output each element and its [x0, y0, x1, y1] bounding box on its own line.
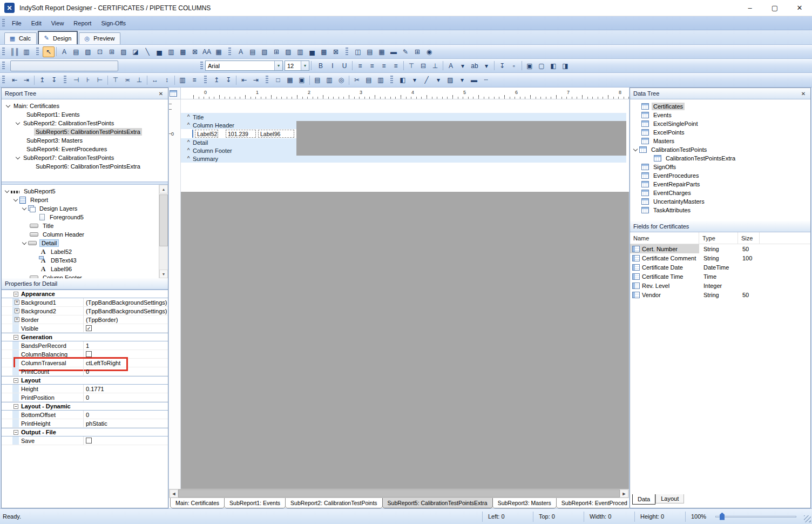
crosstab-tool-icon[interactable]: ▦ [376, 46, 388, 57]
data-tree-item[interactable]: ExcelPoints [630, 128, 810, 137]
object-tree-item[interactable]: Design Layers [2, 204, 168, 213]
barcode-tool-icon[interactable]: ▥ [165, 46, 177, 57]
expand-icon[interactable]: + [15, 308, 19, 313]
column-header-size[interactable]: Size [738, 232, 760, 244]
chevron-down-icon[interactable] [21, 240, 28, 246]
doc-tab-subreport4[interactable]: SubReport4: EventProced [556, 498, 629, 508]
shape-tool-icon[interactable]: ◪ [130, 46, 141, 57]
object-tree-scrollbar[interactable]: ▲ ▼ [159, 185, 168, 278]
report-tree-item[interactable]: SubReport3: Masters [2, 136, 168, 145]
report-tree-item[interactable]: SubReport7: CalibrationTestPoints [2, 153, 168, 162]
map-pin-tool-icon[interactable]: ◉ [423, 46, 435, 57]
data-tree-item[interactable]: SignOffs [630, 163, 810, 171]
data-tree-item[interactable]: CalibrationTestPoints [630, 145, 810, 154]
menu-edit[interactable]: Edit [26, 18, 46, 29]
property-category[interactable]: −Layout [2, 376, 168, 385]
dbchart-tool-icon[interactable]: ▅ [306, 46, 318, 57]
band-bar-summary[interactable]: ^Summary [181, 154, 626, 163]
toolbar-grip[interactable] [390, 76, 393, 84]
valign-middle-icon[interactable]: ⊟ [417, 61, 429, 71]
doc-tab-subreport5-selected[interactable]: SubReport5: CalibrationTestPointsExtra [382, 498, 493, 508]
report-element-label96[interactable]: Label96 [258, 130, 294, 138]
tab-layout[interactable]: Layout [655, 494, 684, 503]
pagebreak-tool-icon[interactable]: ▬ [388, 46, 400, 57]
toolbar-grip[interactable] [2, 48, 5, 56]
dbrichtext-tool-icon[interactable]: ▧ [259, 46, 270, 57]
underline-icon[interactable]: U [339, 61, 350, 71]
zoom-slider-thumb[interactable] [720, 513, 725, 520]
close-button[interactable]: ✕ [787, 0, 812, 16]
line-color-dropdown-icon[interactable]: ▾ [432, 75, 444, 85]
frame-icon[interactable]: ▫ [508, 61, 520, 71]
tab-preview[interactable]: ◎ Preview [79, 32, 120, 44]
chevron-down-icon[interactable] [15, 120, 22, 126]
align-bottoms-icon[interactable]: ⊥ [133, 75, 145, 85]
collapse-band-icon[interactable]: ^ [185, 139, 192, 145]
doc-tab-subreport3[interactable]: SubReport3: Masters [492, 498, 557, 508]
toolbar-grip[interactable] [2, 19, 5, 28]
data-tree-item[interactable]: EventCharges [630, 189, 810, 197]
collapse-icon[interactable]: − [13, 335, 18, 340]
menu-view[interactable]: View [46, 18, 69, 29]
chevron-down-icon[interactable] [5, 103, 12, 109]
valign-bottom-icon[interactable]: ⊥ [429, 61, 441, 71]
toolbar-grip[interactable] [2, 76, 5, 84]
new-report-icon[interactable]: □ [272, 75, 284, 85]
tab-data[interactable]: Data [632, 494, 655, 505]
fill-color-dropdown-icon[interactable]: ▾ [409, 75, 421, 85]
collapse-band-icon[interactable]: ^ [185, 156, 192, 162]
print-preview-icon[interactable]: ◎ [335, 75, 347, 85]
report-tree-item[interactable]: Main: Certificates [2, 102, 168, 110]
grid-tool-icon[interactable]: ▦ [213, 46, 225, 57]
resize-grip-icon[interactable] [804, 515, 811, 522]
chevron-down-icon[interactable] [15, 154, 22, 161]
scroll-down-icon[interactable]: ▼ [159, 270, 168, 278]
dbimage-tool-icon[interactable]: ▨ [282, 46, 294, 57]
align-right-icon[interactable]: ≡ [378, 61, 390, 71]
send-to-back-icon[interactable]: ▢ [536, 61, 547, 71]
collapse-icon[interactable]: − [13, 378, 18, 383]
align-left-icon[interactable]: ≡ [354, 61, 366, 71]
checkbox-unchecked[interactable] [86, 351, 92, 357]
tab-design[interactable]: ✎ Design [38, 31, 78, 44]
fill-color-icon[interactable]: ◧ [397, 75, 409, 85]
expand-icon[interactable]: + [15, 300, 19, 305]
select-arrow-icon[interactable]: ↖ [43, 46, 55, 57]
property-row[interactable]: PrintPosition0 [2, 393, 168, 402]
checkbox-tool-icon[interactable]: ⊠ [189, 46, 201, 57]
report-tree-item[interactable]: SubReport2: CalibrationTestPoints [2, 119, 168, 127]
barcode2d-tool-icon[interactable]: ▩ [177, 46, 189, 57]
object-tree-item[interactable]: ALabel96 [2, 265, 168, 273]
object-tree-item[interactable]: SubReport5 [2, 187, 168, 196]
subreport-tool-icon[interactable]: ▤ [364, 46, 376, 57]
data-tree-item-selected[interactable]: Certificates [630, 102, 810, 111]
property-row[interactable]: PrintHeightphStatic [2, 419, 168, 428]
property-row[interactable]: +Background1(TppBandBackgroundSettings) [2, 298, 168, 307]
align-lefts-icon[interactable]: ⊣ [70, 75, 82, 85]
barcode-settings-icon[interactable]: ▥ [21, 46, 32, 57]
space-vertically-icon[interactable]: ↕ [161, 75, 173, 85]
save-report-icon[interactable]: ▣ [296, 75, 308, 85]
systemvariable-tool-icon[interactable]: ⊡ [94, 46, 106, 57]
property-row[interactable]: PrintCount0 [2, 367, 168, 376]
object-tree-item[interactable]: Foreground5 [2, 213, 168, 221]
object-tree-item[interactable]: Column Header [2, 230, 168, 239]
move-backward-icon[interactable]: ◨ [559, 61, 571, 71]
property-row[interactable]: Save [2, 436, 168, 445]
field-row[interactable]: Certificate TimeTime [630, 272, 810, 281]
object-tree-item-selected[interactable]: Detail [2, 239, 168, 247]
dbbarcode2d-tool-icon[interactable]: ▩ [318, 46, 330, 57]
checkbox-checked[interactable]: ✓ [86, 325, 92, 331]
grow-width-icon[interactable]: ⇤ [238, 75, 250, 85]
field-row[interactable]: Rev. LevelInteger [630, 281, 810, 290]
memo-tool-icon[interactable]: ▤ [70, 46, 82, 57]
table-grid-tool-icon[interactable]: ⊞ [411, 46, 423, 57]
highlight-color-icon[interactable]: ab [469, 61, 481, 71]
cut-icon[interactable]: ✂ [351, 75, 363, 85]
richtext-tool-icon[interactable]: ▧ [82, 46, 94, 57]
region-tool-icon[interactable]: ◫ [352, 46, 364, 57]
tab-calc[interactable]: ▦ Calc [4, 32, 37, 44]
align-justify-icon[interactable]: ≡ [390, 61, 402, 71]
property-row[interactable]: BandsPerRecord1 [2, 341, 168, 350]
property-category[interactable]: −Output - File [2, 428, 168, 436]
